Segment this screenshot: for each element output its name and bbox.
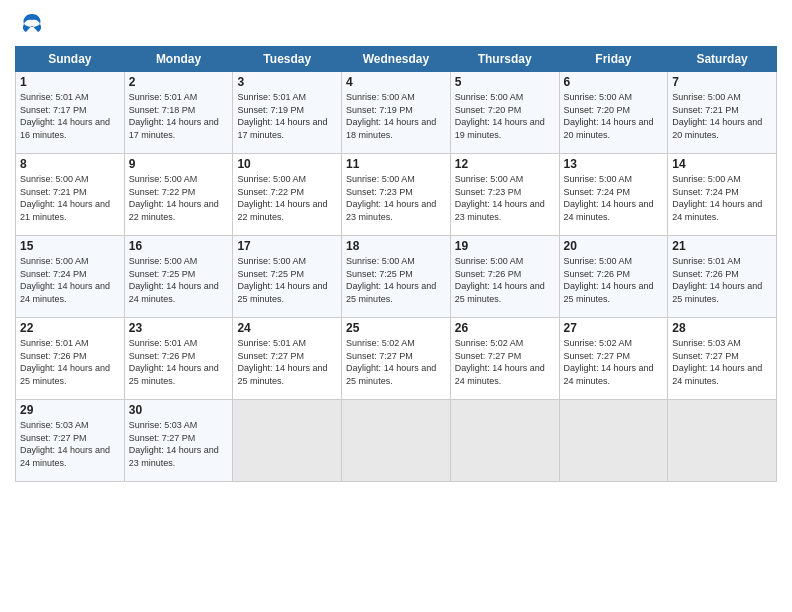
day-number: 19 [455, 239, 555, 253]
day-info: Sunrise: 5:01 AMSunset: 7:17 PMDaylight:… [20, 91, 120, 141]
day-cell: 29Sunrise: 5:03 AMSunset: 7:27 PMDayligh… [16, 400, 125, 482]
day-info: Sunrise: 5:01 AMSunset: 7:26 PMDaylight:… [672, 255, 772, 305]
day-info: Sunrise: 5:00 AMSunset: 7:25 PMDaylight:… [237, 255, 337, 305]
day-number: 13 [564, 157, 664, 171]
day-number: 4 [346, 75, 446, 89]
day-number: 25 [346, 321, 446, 335]
day-info: Sunrise: 5:01 AMSunset: 7:27 PMDaylight:… [237, 337, 337, 387]
day-info: Sunrise: 5:00 AMSunset: 7:25 PMDaylight:… [346, 255, 446, 305]
day-info: Sunrise: 5:01 AMSunset: 7:18 PMDaylight:… [129, 91, 229, 141]
day-cell: 1Sunrise: 5:01 AMSunset: 7:17 PMDaylight… [16, 72, 125, 154]
day-number: 6 [564, 75, 664, 89]
day-number: 11 [346, 157, 446, 171]
day-cell: 28Sunrise: 5:03 AMSunset: 7:27 PMDayligh… [668, 318, 777, 400]
day-number: 18 [346, 239, 446, 253]
day-cell: 18Sunrise: 5:00 AMSunset: 7:25 PMDayligh… [342, 236, 451, 318]
day-number: 14 [672, 157, 772, 171]
day-cell: 20Sunrise: 5:00 AMSunset: 7:26 PMDayligh… [559, 236, 668, 318]
day-cell: 5Sunrise: 5:00 AMSunset: 7:20 PMDaylight… [450, 72, 559, 154]
day-cell: 17Sunrise: 5:00 AMSunset: 7:25 PMDayligh… [233, 236, 342, 318]
day-info: Sunrise: 5:03 AMSunset: 7:27 PMDaylight:… [20, 419, 120, 469]
day-info: Sunrise: 5:01 AMSunset: 7:26 PMDaylight:… [20, 337, 120, 387]
day-cell [342, 400, 451, 482]
day-info: Sunrise: 5:00 AMSunset: 7:25 PMDaylight:… [129, 255, 229, 305]
week-row-2: 8Sunrise: 5:00 AMSunset: 7:21 PMDaylight… [16, 154, 777, 236]
day-info: Sunrise: 5:00 AMSunset: 7:21 PMDaylight:… [20, 173, 120, 223]
day-info: Sunrise: 5:03 AMSunset: 7:27 PMDaylight:… [129, 419, 229, 469]
day-info: Sunrise: 5:00 AMSunset: 7:26 PMDaylight:… [564, 255, 664, 305]
header-monday: Monday [124, 47, 233, 72]
day-cell [450, 400, 559, 482]
day-number: 16 [129, 239, 229, 253]
day-cell: 24Sunrise: 5:01 AMSunset: 7:27 PMDayligh… [233, 318, 342, 400]
day-number: 1 [20, 75, 120, 89]
week-row-1: 1Sunrise: 5:01 AMSunset: 7:17 PMDaylight… [16, 72, 777, 154]
day-number: 10 [237, 157, 337, 171]
day-cell: 13Sunrise: 5:00 AMSunset: 7:24 PMDayligh… [559, 154, 668, 236]
logo [15, 10, 46, 42]
day-cell: 26Sunrise: 5:02 AMSunset: 7:27 PMDayligh… [450, 318, 559, 400]
day-number: 12 [455, 157, 555, 171]
day-info: Sunrise: 5:00 AMSunset: 7:22 PMDaylight:… [129, 173, 229, 223]
day-cell: 27Sunrise: 5:02 AMSunset: 7:27 PMDayligh… [559, 318, 668, 400]
day-info: Sunrise: 5:00 AMSunset: 7:26 PMDaylight:… [455, 255, 555, 305]
header-sunday: Sunday [16, 47, 125, 72]
header-friday: Friday [559, 47, 668, 72]
day-cell: 22Sunrise: 5:01 AMSunset: 7:26 PMDayligh… [16, 318, 125, 400]
day-info: Sunrise: 5:02 AMSunset: 7:27 PMDaylight:… [455, 337, 555, 387]
day-number: 15 [20, 239, 120, 253]
day-cell: 14Sunrise: 5:00 AMSunset: 7:24 PMDayligh… [668, 154, 777, 236]
week-row-5: 29Sunrise: 5:03 AMSunset: 7:27 PMDayligh… [16, 400, 777, 482]
day-cell: 16Sunrise: 5:00 AMSunset: 7:25 PMDayligh… [124, 236, 233, 318]
day-info: Sunrise: 5:00 AMSunset: 7:23 PMDaylight:… [455, 173, 555, 223]
weekday-header-row: Sunday Monday Tuesday Wednesday Thursday… [16, 47, 777, 72]
day-cell [668, 400, 777, 482]
day-cell: 3Sunrise: 5:01 AMSunset: 7:19 PMDaylight… [233, 72, 342, 154]
day-info: Sunrise: 5:00 AMSunset: 7:20 PMDaylight:… [455, 91, 555, 141]
day-number: 7 [672, 75, 772, 89]
day-info: Sunrise: 5:01 AMSunset: 7:19 PMDaylight:… [237, 91, 337, 141]
week-row-3: 15Sunrise: 5:00 AMSunset: 7:24 PMDayligh… [16, 236, 777, 318]
day-number: 8 [20, 157, 120, 171]
day-cell: 11Sunrise: 5:00 AMSunset: 7:23 PMDayligh… [342, 154, 451, 236]
day-cell: 12Sunrise: 5:00 AMSunset: 7:23 PMDayligh… [450, 154, 559, 236]
day-number: 28 [672, 321, 772, 335]
day-info: Sunrise: 5:00 AMSunset: 7:20 PMDaylight:… [564, 91, 664, 141]
day-number: 9 [129, 157, 229, 171]
day-number: 2 [129, 75, 229, 89]
day-info: Sunrise: 5:01 AMSunset: 7:26 PMDaylight:… [129, 337, 229, 387]
day-info: Sunrise: 5:00 AMSunset: 7:19 PMDaylight:… [346, 91, 446, 141]
header-wednesday: Wednesday [342, 47, 451, 72]
day-info: Sunrise: 5:00 AMSunset: 7:24 PMDaylight:… [20, 255, 120, 305]
calendar-table: Sunday Monday Tuesday Wednesday Thursday… [15, 46, 777, 482]
day-info: Sunrise: 5:00 AMSunset: 7:21 PMDaylight:… [672, 91, 772, 141]
day-number: 23 [129, 321, 229, 335]
day-cell: 8Sunrise: 5:00 AMSunset: 7:21 PMDaylight… [16, 154, 125, 236]
day-number: 3 [237, 75, 337, 89]
day-number: 21 [672, 239, 772, 253]
day-info: Sunrise: 5:00 AMSunset: 7:24 PMDaylight:… [564, 173, 664, 223]
day-number: 29 [20, 403, 120, 417]
week-row-4: 22Sunrise: 5:01 AMSunset: 7:26 PMDayligh… [16, 318, 777, 400]
day-cell [233, 400, 342, 482]
day-number: 5 [455, 75, 555, 89]
day-cell: 6Sunrise: 5:00 AMSunset: 7:20 PMDaylight… [559, 72, 668, 154]
day-number: 30 [129, 403, 229, 417]
day-number: 27 [564, 321, 664, 335]
day-number: 26 [455, 321, 555, 335]
day-info: Sunrise: 5:00 AMSunset: 7:24 PMDaylight:… [672, 173, 772, 223]
day-cell: 9Sunrise: 5:00 AMSunset: 7:22 PMDaylight… [124, 154, 233, 236]
day-cell: 23Sunrise: 5:01 AMSunset: 7:26 PMDayligh… [124, 318, 233, 400]
page: Sunday Monday Tuesday Wednesday Thursday… [0, 0, 792, 612]
day-number: 22 [20, 321, 120, 335]
day-number: 17 [237, 239, 337, 253]
day-info: Sunrise: 5:03 AMSunset: 7:27 PMDaylight:… [672, 337, 772, 387]
day-cell: 21Sunrise: 5:01 AMSunset: 7:26 PMDayligh… [668, 236, 777, 318]
day-number: 20 [564, 239, 664, 253]
day-cell: 7Sunrise: 5:00 AMSunset: 7:21 PMDaylight… [668, 72, 777, 154]
day-cell [559, 400, 668, 482]
header-saturday: Saturday [668, 47, 777, 72]
day-info: Sunrise: 5:00 AMSunset: 7:23 PMDaylight:… [346, 173, 446, 223]
header-thursday: Thursday [450, 47, 559, 72]
day-info: Sunrise: 5:02 AMSunset: 7:27 PMDaylight:… [346, 337, 446, 387]
